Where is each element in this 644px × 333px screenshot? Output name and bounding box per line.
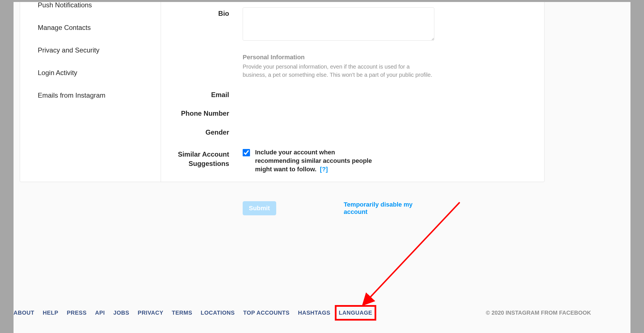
email-label: Email: [161, 89, 243, 99]
personal-info-heading: Personal Information: [243, 54, 434, 61]
submit-button[interactable]: Submit: [243, 201, 276, 215]
footer-link-help[interactable]: Help: [43, 310, 58, 316]
suggestions-help-link[interactable]: [?]: [320, 166, 328, 173]
settings-sidebar: Push Notifications Manage Contacts Priva…: [20, 2, 161, 182]
footer-link-about[interactable]: About: [14, 310, 34, 316]
browser-viewport: Push Notifications Manage Contacts Priva…: [14, 2, 630, 333]
sidebar-item-login-activity[interactable]: Login Activity: [20, 62, 161, 84]
suggestions-label: Similar Account Suggestions: [161, 148, 243, 168]
temporarily-disable-link[interactable]: Temporarily disable my account: [344, 201, 434, 216]
sidebar-item-privacy-security[interactable]: Privacy and Security: [20, 39, 161, 62]
svg-line-1: [364, 202, 460, 304]
footer-link-press[interactable]: Press: [67, 310, 87, 316]
page-footer: About Help Press API Jobs Privacy Terms …: [14, 310, 630, 316]
gender-label: Gender: [161, 126, 243, 137]
settings-card: Push Notifications Manage Contacts Priva…: [20, 2, 545, 182]
footer-link-top-accounts[interactable]: Top Accounts: [243, 310, 290, 316]
footer-link-hashtags[interactable]: Hashtags: [298, 310, 330, 316]
suggestions-checkbox[interactable]: [243, 149, 250, 156]
footer-copyright: © 2020 Instagram from Facebook: [486, 310, 591, 316]
footer-link-terms[interactable]: Terms: [172, 310, 192, 316]
suggestions-checkbox-label: Include your account when recommending s…: [255, 148, 376, 173]
bio-label: Bio: [161, 7, 243, 18]
bio-textarea[interactable]: [243, 7, 434, 41]
suggestions-checkbox-text: Include your account when recommending s…: [255, 149, 372, 172]
settings-form: Bio Personal Information Provide your pe…: [161, 2, 544, 182]
footer-link-jobs[interactable]: Jobs: [113, 310, 129, 316]
footer-links: About Help Press API Jobs Privacy Terms …: [14, 310, 372, 316]
footer-link-language[interactable]: Language: [339, 310, 372, 316]
sidebar-item-manage-contacts[interactable]: Manage Contacts: [20, 16, 161, 39]
footer-link-api[interactable]: API: [95, 310, 105, 316]
sidebar-item-emails-from-instagram[interactable]: Emails from Instagram: [20, 84, 161, 107]
sidebar-item-push-notifications[interactable]: Push Notifications: [20, 2, 161, 16]
footer-link-locations[interactable]: Locations: [201, 310, 235, 316]
phone-label: Phone Number: [161, 107, 243, 118]
personal-info-text: Provide your personal information, even …: [243, 63, 434, 79]
footer-link-privacy[interactable]: Privacy: [138, 310, 163, 316]
